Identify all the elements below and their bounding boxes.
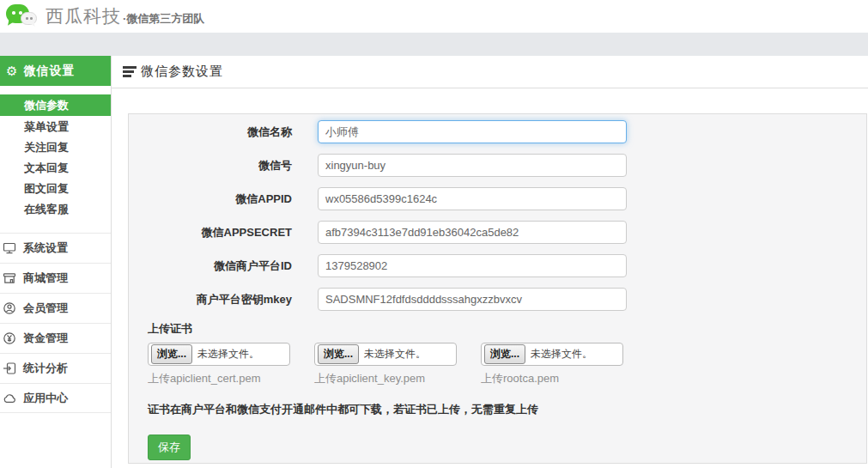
- sidebar-item-news-reply[interactable]: 图文回复: [0, 179, 111, 199]
- sidebar-item-member-management[interactable]: 会员管理: [0, 293, 111, 323]
- main-content: 微信参数设置 微信名称 微信号 微信APPID 微信APPSECRET 微信商户…: [112, 56, 868, 468]
- cloud-icon: [3, 392, 17, 405]
- member-icon: [3, 301, 17, 315]
- wechat-params-form: 微信名称 微信号 微信APPID 微信APPSECRET 微信商户平台ID 商户…: [128, 113, 867, 464]
- upload-hint-row: 上传apiclient_cert.pem 上传apiclient_key.pem…: [129, 371, 866, 386]
- page-title: 微信参数设置: [141, 64, 223, 80]
- form-row: 微信APPID: [129, 187, 866, 210]
- sidebar-item-online-service[interactable]: 在线客服: [0, 199, 111, 220]
- no-file-text: 未选择文件。: [197, 347, 259, 362]
- browse-button[interactable]: 浏览...: [484, 344, 525, 364]
- sidebar-item-app-center[interactable]: 应用中心: [0, 383, 111, 413]
- sidebar-item-funds-management[interactable]: 资金管理: [0, 323, 111, 353]
- wechat-id-label: 微信号: [129, 158, 292, 173]
- funds-icon: [3, 331, 17, 345]
- merchant-id-input[interactable]: [318, 254, 627, 277]
- file-input-rootca[interactable]: 浏览... 未选择文件。: [481, 343, 623, 366]
- apiclient-key-hint: 上传apiclient_key.pem: [314, 371, 457, 386]
- wechat-name-label: 微信名称: [129, 125, 292, 140]
- upload-row: 浏览... 未选择文件。 浏览... 未选择文件。 浏览... 未选择文件。: [129, 343, 866, 366]
- form-row: 微信号: [129, 154, 866, 177]
- file-input-apiclient-key[interactable]: 浏览... 未选择文件。: [314, 343, 457, 366]
- sidebar-item-statistics[interactable]: 统计分析: [0, 353, 111, 383]
- sidebar-item-label: 资金管理: [23, 331, 68, 346]
- appid-input[interactable]: [318, 187, 627, 210]
- monitor-icon: [3, 241, 17, 255]
- sidebar-item-label: 商城管理: [23, 270, 68, 286]
- upload-cert-label: 上传证书: [148, 321, 866, 337]
- sidebar-item-mall-management[interactable]: 商城管理: [0, 263, 111, 293]
- merchant-id-label: 微信商户平台ID: [129, 258, 292, 274]
- wechat-id-input[interactable]: [318, 154, 627, 177]
- sidebar-item-wechat-params[interactable]: 微信参数: [0, 94, 111, 116]
- file-input-apiclient-cert[interactable]: 浏览... 未选择文件。: [148, 343, 290, 366]
- sidebar-item-label: 应用中心: [23, 391, 68, 406]
- appid-label: 微信APPID: [129, 191, 292, 207]
- wechat-logo-icon: [6, 3, 44, 29]
- sidebar-item-label: 统计分析: [23, 361, 68, 376]
- stats-icon: [3, 362, 17, 375]
- appsecret-label: 微信APPSECRET: [129, 225, 292, 240]
- store-icon: [3, 271, 17, 285]
- sidebar-item-label: 系统设置: [23, 240, 68, 256]
- brand-name: 西瓜科技: [46, 4, 121, 28]
- sidebar-item-menu-settings[interactable]: 菜单设置: [0, 117, 111, 137]
- sidebar-item-follow-reply[interactable]: 关注回复: [0, 137, 111, 158]
- no-file-text: 未选择文件。: [364, 347, 426, 362]
- mkey-input[interactable]: [318, 288, 627, 311]
- appsecret-input[interactable]: [318, 221, 627, 244]
- apiclient-cert-hint: 上传apiclient_cert.pem: [148, 371, 290, 386]
- form-row: 商户平台密钥mkey: [129, 288, 866, 311]
- form-row: 微信APPSECRET: [129, 221, 866, 244]
- wechat-name-input[interactable]: [318, 120, 627, 143]
- browse-button[interactable]: 浏览...: [151, 344, 192, 364]
- cert-note: 证书在商户平台和微信支付开通邮件中都可下载，若证书已上传，无需重复上传: [148, 402, 866, 417]
- no-file-text: 未选择文件。: [531, 347, 592, 362]
- list-icon: [123, 66, 137, 77]
- sidebar-item-label: 会员管理: [23, 301, 68, 316]
- app-header: 西瓜科技 ·微信第三方团队: [0, 0, 868, 33]
- form-row: 微信名称: [129, 120, 866, 143]
- sidebar: ⚙ 微信设置 微信参数 菜单设置 关注回复 文本回复 图文回复 在线客服 系统设…: [0, 56, 112, 468]
- gear-icon: ⚙: [6, 64, 17, 77]
- sidebar-header-label: 微信设置: [23, 64, 75, 79]
- rootca-hint: 上传rootca.pem: [481, 371, 623, 386]
- header-divider-band: [0, 33, 868, 56]
- page-title-bar: 微信参数设置: [112, 56, 868, 88]
- brand-subtitle: ·微信第三方团队: [123, 7, 204, 27]
- form-row: 微信商户平台ID: [129, 254, 866, 277]
- mkey-label: 商户平台密钥mkey: [129, 292, 292, 307]
- sidebar-item-system-settings[interactable]: 系统设置: [0, 233, 111, 263]
- save-button[interactable]: 保存: [148, 435, 191, 460]
- sidebar-item-wechat-settings[interactable]: ⚙ 微信设置: [0, 56, 111, 86]
- sidebar-item-text-reply[interactable]: 文本回复: [0, 158, 111, 179]
- browse-button[interactable]: 浏览...: [318, 344, 359, 364]
